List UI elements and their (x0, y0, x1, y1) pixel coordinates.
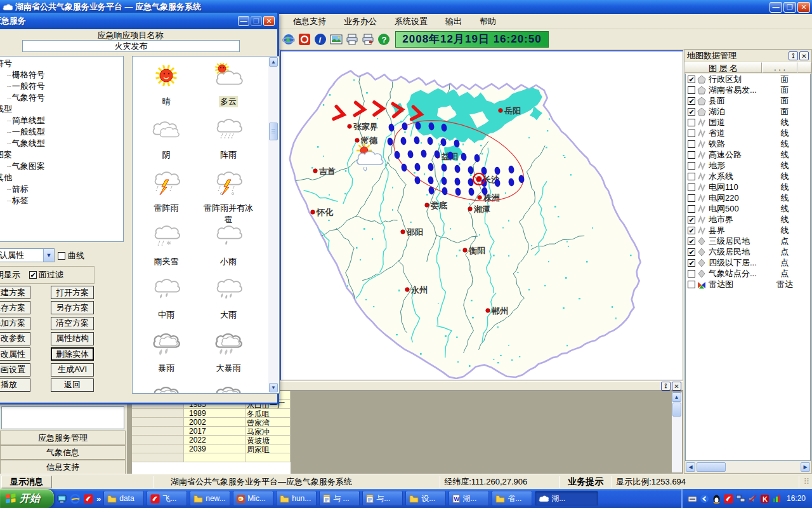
weather-symbol-雷阵雨并有冰雹[interactable]: 雷阵雨并有冰雹 (200, 170, 257, 225)
hunan-map[interactable]: 岳阳张家界常德益阳长沙吉首娄底株洲湘潭怀化邵阳衡阳永州郴州 (281, 51, 682, 379)
layer-checkbox[interactable]: ✔ (688, 248, 695, 256)
menu-item-1[interactable]: 业务办公 (335, 14, 386, 29)
dialog-button-right-5[interactable]: 生成AVI (51, 363, 94, 377)
dock-close-icon[interactable]: ✕ (672, 382, 681, 391)
taskbar-task-4[interactable]: hun... (276, 491, 317, 506)
taskbar-task-1[interactable]: 飞... (147, 491, 187, 506)
tree-item-5[interactable]: 简单线型 (0, 115, 123, 126)
dialog-button-left-1[interactable]: 保存方案 (0, 301, 30, 314)
tree-item-8[interactable]: 图案 (0, 149, 123, 161)
sidebar-item-2[interactable]: 信息支持 (0, 460, 126, 474)
weather-symbol-partial[interactable] (200, 383, 257, 394)
tree-item-2[interactable]: 一般符号 (0, 81, 123, 92)
layer-row-12[interactable]: 电网500线 (686, 203, 810, 214)
menu-item-4[interactable]: 帮助 (471, 14, 505, 29)
dialog-button-left-5[interactable]: 动画设置 (0, 363, 30, 377)
dialog-titlebar[interactable]: 应急服务 — ❐ ✕ (0, 13, 277, 29)
menu-item-3[interactable]: 输出 (436, 14, 471, 29)
scroll-up-icon[interactable]: ▲ (269, 57, 278, 67)
layer-row-7[interactable]: 高速公路线 (686, 149, 810, 160)
tree-item-9[interactable]: 气象图案 (0, 161, 123, 172)
layer-name-header[interactable]: 图 层 名 (684, 62, 762, 73)
chevron-more-icon[interactable]: » (96, 494, 101, 504)
dialog-button-left-2[interactable]: 添加方案 (0, 317, 30, 330)
ie-icon[interactable] (70, 493, 81, 504)
scroll-left-icon[interactable]: ◀ (686, 462, 695, 472)
dock-vscrollbar[interactable]: ▲ (672, 392, 682, 472)
layer-checkbox[interactable]: ✔ (688, 216, 695, 224)
layer-row-9[interactable]: 水系线线 (686, 171, 810, 182)
globe-icon[interactable] (282, 32, 296, 46)
map-panel[interactable]: 岳阳张家界常德益阳长沙吉首娄底株洲湘潭怀化邵阳衡阳永州郴州 (280, 50, 683, 380)
layer-checkbox[interactable] (688, 119, 695, 126)
network-icon[interactable] (736, 493, 746, 504)
keyboard-icon[interactable] (688, 493, 698, 504)
layer-checkbox[interactable] (688, 130, 695, 137)
symbol-vscrollbar[interactable]: ▲ ▼ (268, 57, 278, 392)
layer-more-header[interactable]: . . . (762, 62, 797, 73)
left-list-box[interactable] (1, 406, 124, 429)
stop-icon[interactable] (298, 32, 311, 46)
taskbar-task-9[interactable]: 省... (492, 491, 532, 506)
layer-row-11[interactable]: 电网220线 (686, 192, 810, 203)
help-icon[interactable]: ? (377, 32, 391, 46)
taskbar-task-8[interactable]: W湖... (449, 491, 489, 506)
scroll-up-icon[interactable]: ▲ (672, 392, 681, 402)
table-row-7[interactable] (132, 453, 291, 462)
layer-checkbox[interactable] (688, 173, 695, 180)
fetion-icon[interactable] (724, 493, 734, 504)
table-row-6[interactable]: 2039周家咀 (132, 444, 291, 453)
layer-row-0[interactable]: ✔行政区划面 (686, 74, 810, 84)
mute-icon[interactable] (748, 493, 758, 504)
chart-icon[interactable] (772, 493, 782, 504)
weather-symbol-暴雨[interactable]: 暴雨 (138, 330, 195, 374)
taskbar-task-0[interactable]: data (103, 491, 144, 506)
dialog-button-right-6[interactable]: 返回 (51, 378, 94, 392)
minimize-button[interactable]: — (769, 2, 782, 13)
layers-hscrollbar[interactable]: ◀ ▶ (686, 462, 810, 472)
tree-item-3[interactable]: 气象符号 (0, 92, 123, 104)
layer-checkbox[interactable] (688, 140, 695, 148)
layer-row-17[interactable]: ✔四级以下居...点 (686, 257, 810, 268)
layer-row-14[interactable]: ✔县界线 (686, 225, 810, 236)
layer-checkbox[interactable] (688, 194, 695, 202)
resize-grip[interactable]: ⠿ (803, 477, 810, 486)
layer-checkbox[interactable]: ✔ (688, 227, 695, 234)
dialog-button-right-1[interactable]: 另存方案 (51, 301, 94, 314)
table-row-3[interactable]: 2002曾家湾 (132, 418, 291, 427)
layer-row-1[interactable]: 湖南省易发...面 (686, 84, 810, 95)
layer-checkbox[interactable]: ✔ (688, 259, 695, 267)
weather-symbol-小雨[interactable]: 小雨 (200, 223, 257, 267)
layer-checkbox[interactable] (688, 270, 695, 277)
table-row-5[interactable]: 2022黄坡塘 (132, 436, 291, 444)
tree-item-7[interactable]: 气象线型 (0, 138, 123, 149)
info-icon[interactable]: i (313, 32, 327, 46)
dialog-button-right-2[interactable]: 清空方案 (51, 317, 94, 330)
face-filter-checkbox-box[interactable]: ✔ (29, 271, 37, 279)
desktop-icon[interactable] (56, 493, 67, 504)
layer-row-18[interactable]: 气象站点分...点 (686, 268, 810, 279)
weather-symbol-大雨[interactable]: 大雨 (200, 276, 257, 321)
layer-row-13[interactable]: ✔地市界线 (686, 214, 810, 225)
menu-item-0[interactable]: 信息支持 (284, 14, 335, 29)
tree-item-11[interactable]: 箭标 (0, 184, 123, 195)
scroll-down-icon[interactable]: ▼ (269, 383, 278, 392)
tree-item-6[interactable]: 一般线型 (0, 126, 123, 138)
weather-symbol-阴[interactable]: 阴 (138, 116, 195, 161)
layer-row-10[interactable]: 电网110线 (686, 182, 810, 192)
curve-checkbox[interactable]: 曲线 (58, 250, 84, 262)
weather-symbol-阵雨[interactable]: 阵雨 (200, 116, 257, 161)
symbol-tree[interactable]: 符号栅格符号一般符号气象符号线型简单线型一般线型气象线型图案气象图案其他箭标标签 (0, 56, 124, 242)
menu-item-2[interactable]: 系统设置 (386, 14, 436, 29)
kaspersky-icon[interactable]: K (760, 493, 770, 504)
close-button[interactable]: ✕ (797, 2, 810, 13)
print2-icon[interactable] (361, 32, 375, 46)
layer-checkbox[interactable]: ✔ (688, 108, 695, 116)
taskbar-task-6[interactable]: 与... (362, 491, 403, 506)
dialog-button-left-6[interactable]: 播放 (0, 378, 30, 392)
dialog-button-right-4[interactable]: 删除实体 (51, 347, 94, 361)
panel-close-icon[interactable]: ✕ (799, 51, 809, 60)
taskbar-task-7[interactable]: 设... (405, 491, 446, 506)
project-name-input[interactable] (22, 40, 240, 52)
taskbar-task-3[interactable]: Mic... (233, 491, 273, 506)
